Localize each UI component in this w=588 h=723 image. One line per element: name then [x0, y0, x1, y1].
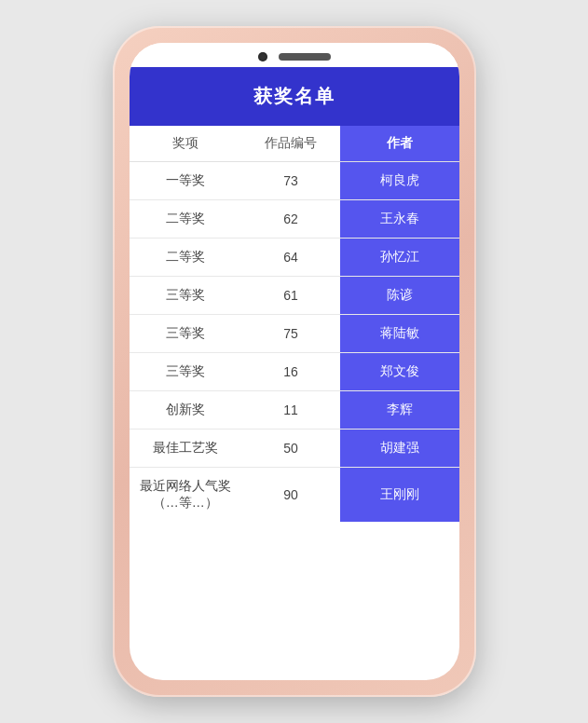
phone-screen[interactable]: 获奖名单 奖项 作品编号 作者 一等奖73柯良虎二等奖62王永春二等奖64孙忆江…: [130, 67, 459, 680]
table-row: 创新奖11李辉: [130, 391, 459, 430]
phone-frame: 获奖名单 奖项 作品编号 作者 一等奖73柯良虎二等奖62王永春二等奖64孙忆江…: [113, 26, 476, 697]
col-header-author: 作者: [340, 126, 458, 162]
table-row: 最佳工艺奖50胡建强: [130, 430, 459, 468]
cell-author: 孙忆江: [340, 239, 458, 277]
cell-author: 王永春: [340, 200, 458, 239]
table-row: 三等奖75蒋陆敏: [130, 315, 459, 353]
cell-work-id: 61: [241, 277, 340, 315]
table-body: 一等奖73柯良虎二等奖62王永春二等奖64孙忆江三等奖61陈谚三等奖75蒋陆敏三…: [130, 162, 459, 523]
cell-prize: 三等奖: [130, 277, 241, 315]
camera-icon: [258, 52, 267, 61]
cell-prize: 最近网络人气奖（…等…）: [130, 468, 241, 523]
cell-author: 陈谚: [340, 277, 458, 315]
cell-prize: 二等奖: [130, 239, 241, 277]
cell-work-id: 75: [241, 315, 340, 353]
cell-work-id: 50: [241, 430, 340, 468]
table-row: 三等奖16郑文俊: [130, 353, 459, 391]
phone-top-bar: [130, 43, 459, 67]
table-title: 获奖名单: [130, 67, 459, 126]
award-table: 奖项 作品编号 作者 一等奖73柯良虎二等奖62王永春二等奖64孙忆江三等奖61…: [130, 126, 459, 522]
phone-screen-container: 获奖名单 奖项 作品编号 作者 一等奖73柯良虎二等奖62王永春二等奖64孙忆江…: [130, 43, 459, 680]
cell-work-id: 16: [241, 353, 340, 391]
cell-prize: 一等奖: [130, 162, 241, 200]
table-row: 二等奖64孙忆江: [130, 239, 459, 277]
table-header-row: 奖项 作品编号 作者: [130, 126, 459, 162]
col-header-work-id: 作品编号: [241, 126, 340, 162]
cell-work-id: 90: [241, 468, 340, 523]
table-row: 最近网络人气奖（…等…）90王刚刚: [130, 468, 459, 523]
cell-prize: 最佳工艺奖: [130, 430, 241, 468]
cell-prize: 三等奖: [130, 353, 241, 391]
table-row: 二等奖62王永春: [130, 200, 459, 239]
table-row: 三等奖61陈谚: [130, 277, 459, 315]
speaker-icon: [279, 53, 331, 61]
cell-prize: 三等奖: [130, 315, 241, 353]
cell-work-id: 11: [241, 391, 340, 430]
cell-author: 郑文俊: [340, 353, 458, 391]
col-header-prize: 奖项: [130, 126, 241, 162]
cell-work-id: 73: [241, 162, 340, 200]
cell-work-id: 64: [241, 239, 340, 277]
cell-author: 柯良虎: [340, 162, 458, 200]
cell-author: 李辉: [340, 391, 458, 430]
cell-prize: 创新奖: [130, 391, 241, 430]
cell-prize: 二等奖: [130, 200, 241, 239]
cell-author: 王刚刚: [340, 468, 458, 523]
cell-work-id: 62: [241, 200, 340, 239]
cell-author: 蒋陆敏: [340, 315, 458, 353]
table-row: 一等奖73柯良虎: [130, 162, 459, 200]
cell-author: 胡建强: [340, 430, 458, 468]
